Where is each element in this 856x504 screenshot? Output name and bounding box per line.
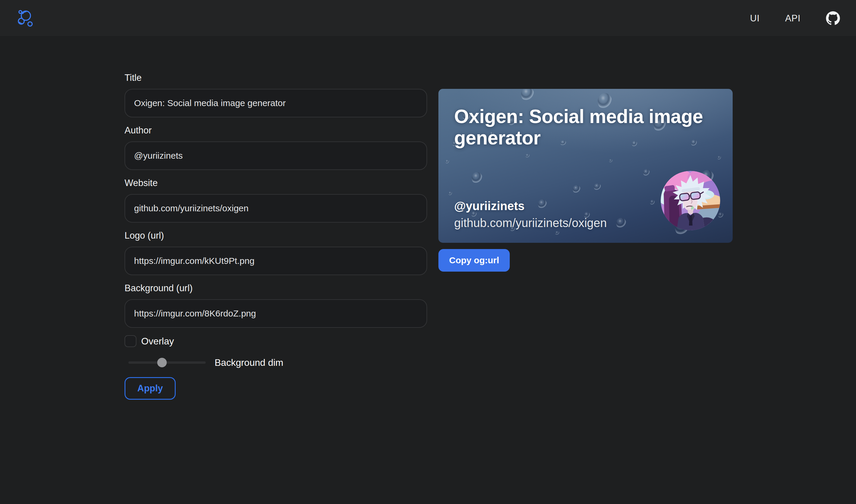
background-url-input[interactable] <box>125 299 427 328</box>
overlay-option: Overlay <box>125 335 427 347</box>
logo-url-label: Logo (url) <box>125 230 427 241</box>
og-preview-footer: @yuriizinets github.com/yuriizinets/oxig… <box>454 199 644 230</box>
overlay-checkbox[interactable] <box>125 335 137 347</box>
app-logo[interactable] <box>17 8 34 28</box>
field-title: Title <box>125 72 427 118</box>
nav-links: UI API <box>750 11 840 25</box>
slider-track <box>128 361 206 364</box>
github-icon <box>826 11 840 25</box>
title-input[interactable] <box>125 89 427 118</box>
background-dim-slider[interactable] <box>128 358 206 367</box>
field-logo-url: Logo (url) <box>125 230 427 275</box>
apply-button[interactable]: Apply <box>125 377 176 400</box>
author-input[interactable] <box>125 141 427 170</box>
website-label: Website <box>125 177 427 189</box>
bubbles-icon <box>17 8 34 28</box>
nav-link-api[interactable]: API <box>785 14 800 23</box>
copy-og-url-button[interactable]: Copy og:url <box>439 249 510 272</box>
field-website: Website <box>125 177 427 222</box>
avatar <box>661 171 720 230</box>
logo-url-input[interactable] <box>125 247 427 275</box>
background-url-label: Background (url) <box>125 283 427 294</box>
avatar-image <box>661 171 720 230</box>
background-dim-option: Background dim <box>125 358 427 367</box>
field-background-url: Background (url) <box>125 283 427 328</box>
field-author: Author <box>125 125 427 170</box>
generator-form: Title Author Website Logo (url) Backgrou… <box>125 72 427 400</box>
navbar: UI API <box>0 0 856 37</box>
github-link[interactable] <box>826 11 840 25</box>
title-label: Title <box>125 72 427 84</box>
og-preview-website: github.com/yuriizinets/oxigen <box>454 216 644 230</box>
og-image-preview: Oxigen: Social media image generator @yu… <box>439 89 733 243</box>
background-dim-label: Background dim <box>215 357 283 368</box>
author-label: Author <box>125 125 427 136</box>
og-preview-author: @yuriizinets <box>454 199 644 213</box>
website-input[interactable] <box>125 194 427 222</box>
slider-thumb[interactable] <box>157 358 167 367</box>
nav-link-ui[interactable]: UI <box>750 14 760 23</box>
overlay-label: Overlay <box>141 336 174 347</box>
og-preview-title: Oxigen: Social media image generator <box>454 106 721 149</box>
preview-panel: Oxigen: Social media image generator @yu… <box>439 89 733 272</box>
